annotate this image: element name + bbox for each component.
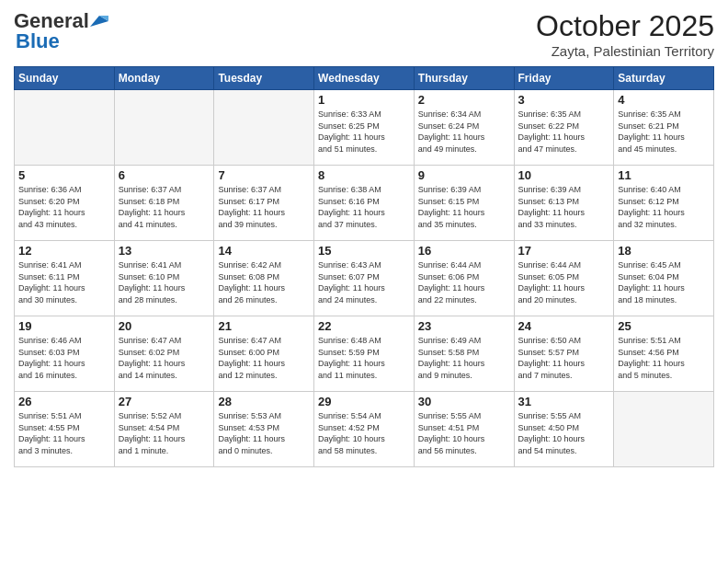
day-number: 5 [18,168,110,182]
day-number: 11 [618,168,710,182]
day-number: 15 [318,244,410,258]
day-info: Sunrise: 6:47 AM Sunset: 6:00 PM Dayligh… [218,335,310,381]
day-number: 17 [518,244,610,258]
calendar-day-cell [614,392,714,467]
month-title: October 2025 [536,9,714,43]
calendar-day-cell: 30Sunrise: 5:55 AM Sunset: 4:51 PM Dayli… [414,392,514,467]
calendar-week-row: 26Sunrise: 5:51 AM Sunset: 4:55 PM Dayli… [15,392,714,467]
calendar-day-cell: 31Sunrise: 5:55 AM Sunset: 4:50 PM Dayli… [514,392,614,467]
day-info: Sunrise: 6:49 AM Sunset: 5:58 PM Dayligh… [418,335,510,381]
weekday-header: Wednesday [314,67,415,90]
calendar-day-cell: 11Sunrise: 6:40 AM Sunset: 6:12 PM Dayli… [614,166,714,241]
day-info: Sunrise: 6:44 AM Sunset: 6:06 PM Dayligh… [418,259,510,305]
calendar-day-cell: 21Sunrise: 6:47 AM Sunset: 6:00 PM Dayli… [214,316,314,392]
calendar-day-cell: 29Sunrise: 5:54 AM Sunset: 4:52 PM Dayli… [314,392,415,467]
day-number: 24 [518,319,610,333]
weekday-header: Saturday [614,67,714,90]
day-number: 26 [18,395,110,408]
calendar-day-cell: 26Sunrise: 5:51 AM Sunset: 4:55 PM Dayli… [15,392,115,467]
day-number: 6 [119,168,210,182]
weekday-header: Monday [114,67,214,90]
calendar-day-cell: 20Sunrise: 6:47 AM Sunset: 6:02 PM Dayli… [114,316,214,392]
day-info: Sunrise: 6:37 AM Sunset: 6:17 PM Dayligh… [218,184,310,230]
day-number: 23 [418,319,510,333]
day-info: Sunrise: 6:40 AM Sunset: 6:12 PM Dayligh… [618,184,710,230]
calendar-day-cell: 3Sunrise: 6:35 AM Sunset: 6:22 PM Daylig… [514,90,614,166]
day-number: 20 [119,319,210,333]
location: Zayta, Palestinian Territory [536,43,714,59]
weekday-header: Sunday [15,67,115,90]
day-number: 28 [218,395,310,408]
day-info: Sunrise: 6:35 AM Sunset: 6:21 PM Dayligh… [618,109,710,155]
calendar-day-cell: 4Sunrise: 6:35 AM Sunset: 6:21 PM Daylig… [614,90,714,166]
day-number: 25 [618,319,710,333]
calendar-day-cell: 23Sunrise: 6:49 AM Sunset: 5:58 PM Dayli… [414,316,514,392]
page-container: General Blue October 2025 Zayta, Palesti… [0,0,728,563]
calendar-week-row: 5Sunrise: 6:36 AM Sunset: 6:20 PM Daylig… [15,166,714,241]
day-number: 8 [318,168,410,182]
calendar-day-cell: 24Sunrise: 6:50 AM Sunset: 5:57 PM Dayli… [514,316,614,392]
day-info: Sunrise: 6:39 AM Sunset: 6:13 PM Dayligh… [518,184,610,230]
header: General Blue October 2025 Zayta, Palesti… [14,9,714,59]
day-info: Sunrise: 6:46 AM Sunset: 6:03 PM Dayligh… [18,335,110,381]
logo-blue-text: Blue [16,29,60,53]
day-info: Sunrise: 6:36 AM Sunset: 6:20 PM Dayligh… [18,184,110,230]
day-number: 27 [119,395,210,408]
calendar-day-cell: 25Sunrise: 5:51 AM Sunset: 4:56 PM Dayli… [614,316,714,392]
day-number: 19 [18,319,110,333]
calendar-day-cell: 8Sunrise: 6:38 AM Sunset: 6:16 PM Daylig… [314,166,415,241]
calendar-table: SundayMondayTuesdayWednesdayThursdayFrid… [14,66,714,467]
calendar-day-cell: 7Sunrise: 6:37 AM Sunset: 6:17 PM Daylig… [214,166,314,241]
day-number: 29 [318,395,410,408]
day-info: Sunrise: 6:50 AM Sunset: 5:57 PM Dayligh… [518,335,610,381]
weekday-header: Thursday [414,67,514,90]
day-info: Sunrise: 6:43 AM Sunset: 6:07 PM Dayligh… [318,259,410,305]
day-info: Sunrise: 5:51 AM Sunset: 4:55 PM Dayligh… [18,410,110,456]
day-info: Sunrise: 5:53 AM Sunset: 4:53 PM Dayligh… [218,410,310,456]
day-number: 22 [318,319,410,333]
day-info: Sunrise: 6:35 AM Sunset: 6:22 PM Dayligh… [518,109,610,155]
calendar-day-cell: 9Sunrise: 6:39 AM Sunset: 6:15 PM Daylig… [414,166,514,241]
day-number: 31 [518,395,610,408]
calendar-day-cell [114,90,214,166]
day-info: Sunrise: 6:45 AM Sunset: 6:04 PM Dayligh… [618,259,710,305]
calendar-week-row: 19Sunrise: 6:46 AM Sunset: 6:03 PM Dayli… [15,316,714,392]
day-info: Sunrise: 6:42 AM Sunset: 6:08 PM Dayligh… [218,259,310,305]
calendar-week-row: 12Sunrise: 6:41 AM Sunset: 6:11 PM Dayli… [15,241,714,316]
day-number: 2 [418,93,510,107]
day-info: Sunrise: 5:54 AM Sunset: 4:52 PM Dayligh… [318,410,410,456]
day-number: 12 [18,244,110,258]
day-info: Sunrise: 6:34 AM Sunset: 6:24 PM Dayligh… [418,109,510,155]
calendar-day-cell [15,90,115,166]
day-info: Sunrise: 6:44 AM Sunset: 6:05 PM Dayligh… [518,259,610,305]
calendar-day-cell: 18Sunrise: 6:45 AM Sunset: 6:04 PM Dayli… [614,241,714,316]
calendar-day-cell: 12Sunrise: 6:41 AM Sunset: 6:11 PM Dayli… [15,241,115,316]
day-number: 13 [119,244,210,258]
calendar-day-cell: 14Sunrise: 6:42 AM Sunset: 6:08 PM Dayli… [214,241,314,316]
day-info: Sunrise: 6:41 AM Sunset: 6:11 PM Dayligh… [18,259,110,305]
calendar-day-cell: 15Sunrise: 6:43 AM Sunset: 6:07 PM Dayli… [314,241,415,316]
day-info: Sunrise: 5:52 AM Sunset: 4:54 PM Dayligh… [119,410,210,456]
calendar-week-row: 1Sunrise: 6:33 AM Sunset: 6:25 PM Daylig… [15,90,714,166]
day-info: Sunrise: 6:48 AM Sunset: 5:59 PM Dayligh… [318,335,410,381]
day-info: Sunrise: 5:55 AM Sunset: 4:50 PM Dayligh… [518,410,610,456]
calendar-day-cell: 17Sunrise: 6:44 AM Sunset: 6:05 PM Dayli… [514,241,614,316]
day-number: 10 [518,168,610,182]
weekday-header: Friday [514,67,614,90]
calendar-day-cell: 1Sunrise: 6:33 AM Sunset: 6:25 PM Daylig… [314,90,415,166]
day-info: Sunrise: 6:33 AM Sunset: 6:25 PM Dayligh… [318,109,410,155]
calendar-day-cell: 5Sunrise: 6:36 AM Sunset: 6:20 PM Daylig… [15,166,115,241]
calendar-day-cell: 22Sunrise: 6:48 AM Sunset: 5:59 PM Dayli… [314,316,415,392]
calendar-day-cell: 2Sunrise: 6:34 AM Sunset: 6:24 PM Daylig… [414,90,514,166]
day-info: Sunrise: 6:41 AM Sunset: 6:10 PM Dayligh… [119,259,210,305]
day-number: 30 [418,395,510,408]
calendar-day-cell [214,90,314,166]
day-info: Sunrise: 5:51 AM Sunset: 4:56 PM Dayligh… [618,335,710,381]
day-info: Sunrise: 6:37 AM Sunset: 6:18 PM Dayligh… [119,184,210,230]
day-info: Sunrise: 6:47 AM Sunset: 6:02 PM Dayligh… [119,335,210,381]
weekday-header-row: SundayMondayTuesdayWednesdayThursdayFrid… [15,67,714,90]
day-info: Sunrise: 5:55 AM Sunset: 4:51 PM Dayligh… [418,410,510,456]
day-number: 16 [418,244,510,258]
day-number: 9 [418,168,510,182]
calendar-day-cell: 13Sunrise: 6:41 AM Sunset: 6:10 PM Dayli… [114,241,214,316]
